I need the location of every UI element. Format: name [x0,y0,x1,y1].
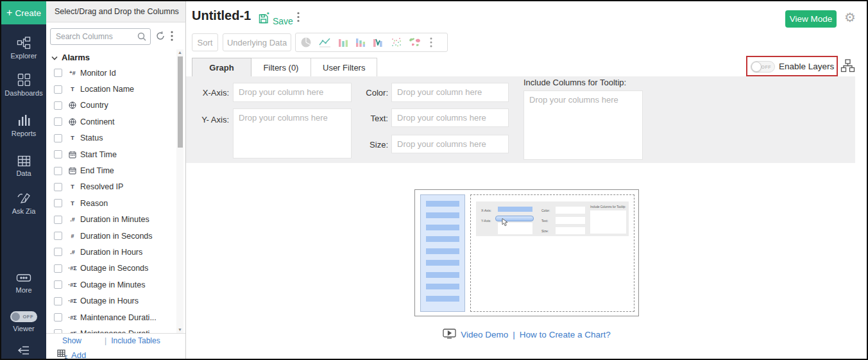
columns-panel-menu-icon[interactable] [169,31,175,44]
tab-user-filters[interactable]: User Filters [311,58,377,77]
link-separator: | [513,330,515,339]
column-checkbox[interactable] [54,264,62,273]
tab-graph[interactable]: Graph [192,58,251,77]
tooltip-dropzone[interactable]: Drop your columns here [523,90,643,160]
column-checkbox[interactable] [54,167,62,175]
preview-columns-panel [420,194,465,312]
settings-gear-icon[interactable]: ⚙ [844,10,856,25]
pie-chart-icon[interactable] [300,37,312,48]
column-item[interactable]: Country [46,98,176,114]
size-label: Size: [348,140,388,150]
column-checkbox[interactable] [54,199,62,207]
column-label: Maintenance Durati... [80,313,157,322]
decimal-icon: .# [67,216,78,223]
viewer-toggle[interactable]: OFF [10,311,37,322]
geo-icon [67,101,78,109]
chart-types-more-icon[interactable] [430,37,432,47]
collapse-sidebar-button[interactable] [1,345,46,356]
column-item[interactable]: ⁺#Monitor Id [46,65,176,81]
size-dropzone[interactable]: Drop your columns here [391,135,509,153]
video-demo-link[interactable]: Video Demo [461,330,508,339]
column-item[interactable]: TResolved IP [46,179,176,195]
column-checkbox[interactable] [54,134,62,142]
combo-chart-icon[interactable] [372,37,384,48]
sidebar-item-data[interactable]: Data [1,155,46,177]
scatter-chart-icon[interactable] [390,37,402,48]
text-icon: T [67,200,78,207]
show-link[interactable]: Show [62,336,81,345]
sidebar-item-label: Data [16,169,31,177]
column-checkbox[interactable] [54,101,62,110]
column-checkbox[interactable] [54,232,62,240]
bar-chart-icon[interactable] [337,37,349,48]
columns-list: ⁺#Monitor IdTLocation NameCountryContine… [46,65,176,333]
layers-hierarchy-icon[interactable] [840,59,855,75]
scrollbar-thumb[interactable] [178,56,183,148]
text-dropzone[interactable]: Drop your columns here [391,108,509,127]
columns-scrollbar[interactable]: ▲ ▼ [176,49,183,333]
column-item[interactable]: #Duration in Seconds [46,228,176,244]
column-checkbox[interactable] [54,69,62,77]
create-button[interactable]: + Create [1,1,46,24]
column-item[interactable]: ·#ΣOutage in Seconds [46,261,176,277]
column-item[interactable]: .#Duration in Hours [46,244,176,260]
enable-layers-toggle[interactable]: OFF [751,61,775,73]
table-group-alarms[interactable]: Alarms [51,51,90,63]
x-axis-dropzone[interactable]: Drop your column here [233,83,352,102]
preview-tooltip-box [590,210,626,234]
column-item[interactable]: ·#ΣOutage in Minutes [46,277,176,293]
tab-filters[interactable]: Filters (0) [251,58,311,77]
column-checkbox[interactable] [54,183,62,191]
plus-icon: + [6,8,12,18]
column-item[interactable]: Start Time [46,146,176,162]
column-item[interactable]: End Time [46,162,176,178]
column-checkbox[interactable] [54,313,62,321]
color-dropzone[interactable]: Drop your column here [391,83,509,102]
column-checkbox[interactable] [54,150,62,159]
sidebar-item-ask-zia[interactable]: Ask Zia [1,192,46,215]
how-to-create-chart-link[interactable]: How to Create a Chart? [520,330,611,339]
report-title[interactable]: Untitled-1 [192,8,251,23]
save-button[interactable]: * Save [259,12,293,26]
column-checkbox[interactable] [54,85,62,94]
autonumber-icon: ⁺# [67,70,78,76]
column-checkbox[interactable] [54,216,62,224]
column-checkbox[interactable] [54,248,62,256]
column-item[interactable]: ·#ΣMaintenance Durati... [46,309,176,325]
add-link[interactable]: Add [71,350,86,360]
formula-icon: ·#Σ [67,314,78,321]
viewer-toggle-state: OFF [23,314,34,320]
scroll-down-icon[interactable]: ▼ [176,327,183,333]
search-columns-input[interactable] [50,28,151,45]
scroll-up-icon[interactable]: ▲ [176,49,183,56]
include-tables-link[interactable]: Include Tables [111,336,160,345]
sidebar-item-explorer[interactable]: Explorer [1,37,46,60]
line-chart-icon[interactable] [318,37,332,48]
stacked-bar-chart-icon[interactable] [355,37,366,48]
column-item[interactable]: ·#ΣOutage in Hours [46,293,176,309]
column-checkbox[interactable] [54,297,62,305]
y-axis-dropzone[interactable]: Drop your columns here [233,108,352,159]
sidebar-item-label: Explorer [11,52,37,60]
sidebar-item-viewer[interactable]: OFF Viewer [1,311,46,332]
map-chart-icon[interactable] [408,37,421,48]
title-menu-icon[interactable] [295,12,302,25]
save-button-label: Save [273,16,293,26]
column-item[interactable]: ·#ΣMaintenance Durati... [46,325,176,333]
view-mode-button[interactable]: View Mode [785,10,837,28]
underlying-data-button[interactable]: Underlying Data [223,33,291,51]
column-item[interactable]: Continent [46,114,176,130]
text-label: Text: [348,114,388,123]
column-item[interactable]: .#Duration in Minutes [46,212,176,228]
sort-button[interactable]: Sort [192,33,218,51]
column-item[interactable]: TStatus [46,130,176,146]
refresh-icon[interactable] [155,31,166,44]
sidebar-item-dashboards[interactable]: Dashboards [1,73,46,97]
column-label: Duration in Minutes [80,215,149,224]
column-checkbox[interactable] [54,117,62,126]
sidebar-item-more[interactable]: More [1,272,46,294]
column-item[interactable]: TReason [46,195,176,211]
sidebar-item-reports[interactable]: Reports [1,114,46,137]
column-checkbox[interactable] [54,280,62,289]
column-item[interactable]: TLocation Name [46,81,176,97]
